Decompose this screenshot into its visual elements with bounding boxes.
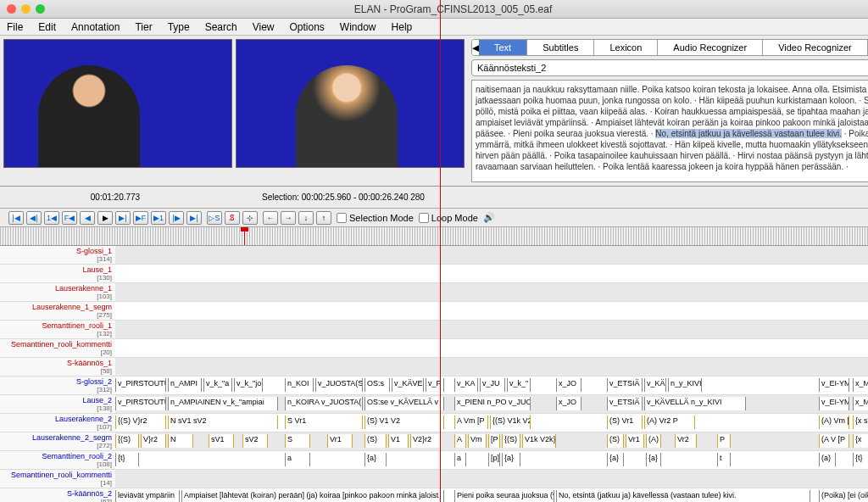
annotation-segment[interactable]: n_y_KIVI <box>668 378 702 392</box>
tier-label[interactable]: Lause_2[138] <box>0 395 115 414</box>
prev-scroll-button[interactable]: ◀| <box>26 211 42 225</box>
annotation-segment[interactable]: (a) <box>819 453 836 466</box>
annotation-segment[interactable]: Vm <box>468 434 487 448</box>
annotation-segment[interactable]: {x <box>853 434 868 448</box>
annotation-segment[interactable]: {(S) <box>502 434 520 448</box>
tier-row[interactable]: {t}a{a}a[p]{a}{a}{a}t(a){t} <box>115 451 868 470</box>
annotation-segment[interactable]: {a} <box>607 453 624 466</box>
annotation-segment[interactable]: v_k_"a <box>203 378 232 392</box>
tier-row[interactable]: v_PIRSTOUTUn_AMPIAINEN v_k_"ampiain_KOIR… <box>115 395 868 414</box>
annotation-segment[interactable]: n_KOI <box>285 378 314 392</box>
annotation-segment[interactable]: N sV1 sV2 <box>168 416 278 429</box>
tab-text[interactable]: Text <box>479 40 527 55</box>
annotation-segment[interactable]: a <box>285 453 310 466</box>
tier-label[interactable]: S-käännös_2[62] <box>0 488 115 502</box>
tab-lexicon[interactable]: Lexicon <box>594 40 658 55</box>
prev-frame-button[interactable]: 1◀ <box>44 211 59 225</box>
annotation-segment[interactable]: x_PIENI n_PO v_JUOSTA(S) v <box>454 397 531 410</box>
annotation-segment[interactable]: P <box>717 434 731 448</box>
clear-selection-button[interactable]: S̸ <box>225 211 240 225</box>
annotation-segment[interactable]: v_P <box>426 378 444 392</box>
menu-options[interactable]: Options <box>290 21 325 33</box>
annotation-segment[interactable]: {a} <box>646 453 661 466</box>
annotation-segment[interactable]: n_AMPI <box>168 378 202 392</box>
video-viewer-2[interactable] <box>236 39 465 168</box>
goto-end-button[interactable]: ▶| <box>186 211 202 225</box>
tier-label[interactable]: Semanttinen_rooli_2[108] <box>0 451 115 470</box>
annotation-segment[interactable]: x_JO <box>556 397 581 410</box>
down-arrow-button[interactable]: ↓ <box>298 211 314 225</box>
annotation-segment[interactable]: (A V [P <box>819 434 849 448</box>
menu-window[interactable]: Window <box>340 21 376 33</box>
tier-row[interactable]: {(S) V}r2N sV1 sV2S Vr1(S) V1 V2A Vm [P{… <box>115 414 868 432</box>
minimize-button[interactable] <box>21 4 31 14</box>
tier-label[interactable]: Semanttinen_rooli_1[132] <box>0 321 115 339</box>
tier-row[interactable]: {(S)V}r2NsV1sV2SVr1(S)V1V2}r2AVm[P{(S)V1… <box>115 432 868 451</box>
annotation-segment[interactable]: No, etsintä (jatkuu ja) kävellessä (vast… <box>556 490 810 502</box>
annotation-segment[interactable]: a <box>454 453 466 466</box>
tier-label[interactable]: Lause_1[130] <box>0 265 115 283</box>
tier-label[interactable]: Lauserakenne_1[103] <box>0 283 115 302</box>
annotation-segment[interactable]: S Vr1 <box>285 416 363 429</box>
annotation-segment[interactable]: sV2 <box>242 434 268 448</box>
annotation-segment[interactable]: (A) <box>646 434 661 448</box>
left-arrow-button[interactable]: ← <box>263 211 278 225</box>
annotation-segment[interactable]: S <box>285 434 310 448</box>
annotation-segment[interactable]: N <box>168 434 193 448</box>
annotation-segment[interactable]: v_KA <box>454 378 478 392</box>
tier-row[interactable] <box>115 358 868 376</box>
tier-row[interactable]: leviävät ympäriinAmpiaiset [lähtevät (ko… <box>115 488 868 502</box>
annotation-segment[interactable]: v_JU <box>480 378 505 392</box>
menu-help[interactable]: Help <box>392 21 413 33</box>
next-scroll-button[interactable]: |▶ <box>169 211 184 225</box>
tier-row[interactable]: v_PIRSTOUTUn_AMPIv_k_"av_k_"jon_KOIv_JUO… <box>115 376 868 395</box>
annotation-segment[interactable]: OS:s <box>364 378 390 392</box>
selection-mode-checkbox[interactable] <box>337 213 347 223</box>
crosshair-button[interactable]: ⊹ <box>242 211 258 225</box>
annotation-segment[interactable]: [p] <box>488 453 500 466</box>
annotation-segment[interactable]: x_JO <box>556 378 581 392</box>
tier-dropdown[interactable]: Käännösteksti_2 ▴▾ <box>471 59 868 76</box>
annotation-segment[interactable]: v_PIRSTOUTU <box>115 378 166 392</box>
annotation-segment[interactable]: v_KÄVE <box>392 378 424 392</box>
tier-label[interactable]: S-glossi_1[314] <box>0 246 115 265</box>
annotation-segment[interactable]: (A) Vr2 P <box>644 416 695 429</box>
tab-audio-recognizer[interactable]: Audio Recognizer <box>658 40 763 55</box>
annotation-segment[interactable]: V1 <box>388 434 409 448</box>
tier-row[interactable] <box>115 246 868 265</box>
annotation-segment[interactable]: v_KÄVELLÄ n_y_KIVI <box>644 397 746 410</box>
annotation-segment[interactable]: V1k V2k} <box>522 434 556 448</box>
tier-row[interactable] <box>115 339 868 358</box>
tab-subtitles[interactable]: Subtitles <box>527 40 594 55</box>
annotation-segment[interactable]: (Poika) [ei (oikein) ymmärrä], <box>819 490 868 502</box>
annotation-segment[interactable]: (S) <box>607 434 624 448</box>
tab-video-recognizer[interactable]: Video Recognizer <box>763 40 868 55</box>
annotation-segment[interactable]: v_EI-YM <box>819 397 849 410</box>
right-arrow-button[interactable]: → <box>281 211 296 225</box>
tier-label[interactable]: Lauserakenne_1_segm[275] <box>0 302 115 321</box>
tier-label[interactable]: Semanttinen_rooli_kommentti[20] <box>0 339 115 358</box>
menu-tier[interactable]: Tier <box>135 21 152 33</box>
menu-type[interactable]: Type <box>168 21 190 33</box>
annotation-segment[interactable]: {(S) V}r2 <box>115 416 166 429</box>
step-fwd-button[interactable]: ▶| <box>115 211 131 225</box>
tier-row[interactable] <box>115 302 868 321</box>
annotation-segment[interactable]: {a} <box>364 453 387 466</box>
annotation-timeline[interactable]: S-glossi_1[314]Lause_1[130]Lauserakenne_… <box>0 246 868 502</box>
annotation-segment[interactable]: Vr2 <box>675 434 697 448</box>
annotation-segment[interactable]: (S) <box>364 434 387 448</box>
annotation-segment[interactable]: Pieni poika seuraa juoksua (vier <box>454 490 554 502</box>
next-frame-button[interactable]: ▶1 <box>151 211 166 225</box>
annotation-segment[interactable]: sV1 <box>209 434 234 448</box>
menu-view[interactable]: View <box>253 21 275 33</box>
annotation-segment[interactable]: (A) Vm [ <box>819 416 849 429</box>
tier-label[interactable]: S-käännös_1[58] <box>0 358 115 376</box>
annotation-segment[interactable]: v_k_"jo <box>234 378 263 392</box>
annotation-segment[interactable]: v_KÄ <box>644 378 666 392</box>
maximize-button[interactable] <box>36 4 45 14</box>
menu-annotation[interactable]: Annotation <box>71 21 120 33</box>
loop-mode-checkbox[interactable] <box>419 213 429 223</box>
speaker-icon[interactable]: 🔊 <box>483 212 495 223</box>
annotation-segment[interactable]: v_ETSIÄ <box>607 397 643 410</box>
tier-label[interactable]: S-glossi_2[312] <box>0 376 115 395</box>
